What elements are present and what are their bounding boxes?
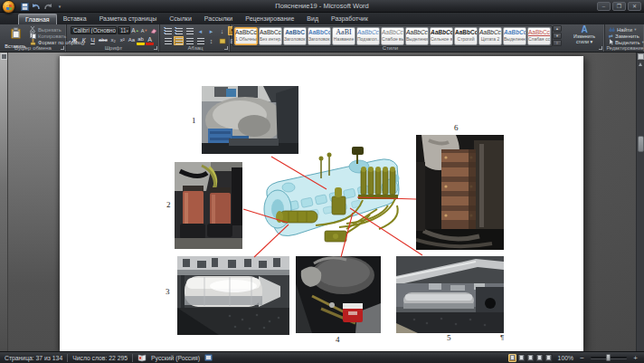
style-chip-emphasis[interactable]: AaBbCcDВыделение bbox=[405, 27, 429, 45]
title-bar: ▾ Пояснение19 - Microsoft Word – ❐ ✕ bbox=[0, 0, 644, 13]
tab-insert[interactable]: Вставка bbox=[57, 14, 93, 24]
close-button[interactable]: ✕ bbox=[628, 2, 641, 11]
tab-references[interactable]: Ссылки bbox=[163, 14, 198, 24]
divider bbox=[132, 354, 133, 362]
reading-view-icon bbox=[519, 355, 524, 360]
gallery-scroll-down-button[interactable]: ▼ bbox=[553, 33, 562, 39]
replace-icon: ⇄ bbox=[609, 33, 613, 39]
shrink-font-button[interactable]: А▼ bbox=[140, 26, 148, 34]
style-chip-subtle-emphasis[interactable]: AaBbCcDСлабое вы... bbox=[381, 27, 404, 45]
change-styles-button[interactable]: А Изменить стили ▾ bbox=[565, 25, 603, 45]
zoom-slider-thumb[interactable] bbox=[606, 354, 611, 361]
dialog-launcher-icon[interactable] bbox=[61, 46, 64, 50]
scrollbar-thumb[interactable] bbox=[638, 136, 644, 152]
word-window: ▾ Пояснение19 - Microsoft Word – ❐ ✕ Гла… bbox=[0, 0, 644, 363]
bullet-list-icon bbox=[165, 28, 172, 34]
proofing-book-icon[interactable] bbox=[137, 354, 147, 362]
find-button[interactable]: Найти▾ bbox=[606, 26, 644, 33]
font-size-combo[interactable]: 11▾ bbox=[118, 26, 130, 34]
down-triangle-icon: ▼ bbox=[144, 28, 147, 33]
restore-button[interactable]: ❐ bbox=[612, 2, 626, 11]
tab-mailings[interactable]: Рассылки bbox=[198, 14, 239, 24]
dialog-launcher-icon[interactable] bbox=[599, 46, 602, 50]
web-layout-view-button[interactable] bbox=[526, 354, 535, 362]
numbering-button[interactable] bbox=[174, 26, 184, 35]
zoom-in-button[interactable]: + bbox=[631, 354, 639, 362]
macro-record-icon[interactable] bbox=[204, 354, 213, 361]
office-button[interactable] bbox=[2, 0, 15, 14]
font-name-combo[interactable]: Calibri (Основной те▾ bbox=[71, 26, 117, 34]
style-chip-quote2[interactable]: AaBbCcDiЦитата 2 bbox=[478, 27, 502, 45]
sort-icon: ↓ bbox=[221, 28, 224, 34]
save-button[interactable] bbox=[20, 2, 29, 11]
tab-home[interactable]: Главная bbox=[18, 14, 57, 24]
sort-button[interactable]: ↓ bbox=[217, 26, 227, 35]
align-right-icon bbox=[186, 38, 194, 44]
gallery-scroll-up-button[interactable]: ▲ bbox=[553, 25, 562, 32]
tab-page-layout[interactable]: Разметка страницы bbox=[93, 14, 164, 24]
style-chip-heading1[interactable]: AaBbCЗаголовок 1 bbox=[283, 27, 307, 45]
group-editing: Найти▾ ⇄ Заменить Выделить▾ Редактирован… bbox=[606, 24, 644, 52]
figure-number-6: 6 bbox=[454, 123, 459, 132]
style-chip-intense-emphasis[interactable]: AaBbCcDСильное в... bbox=[430, 27, 453, 45]
group-font: Calibri (Основной те▾ 11▾ А▲ А▼ Ж К Ч ab… bbox=[68, 24, 160, 52]
dialog-launcher-icon[interactable] bbox=[154, 46, 157, 50]
clear-formatting-button[interactable] bbox=[149, 26, 157, 34]
bullets-button[interactable] bbox=[163, 26, 173, 35]
ribbon: Вставить Вырезать Копировать Формат по о… bbox=[0, 24, 644, 53]
group-label-clipboard: Буфер обмена bbox=[0, 44, 66, 52]
window-title: Пояснение19 - Microsoft Word bbox=[90, 2, 554, 10]
language-indicator[interactable]: Русский (Россия) bbox=[151, 355, 200, 361]
outline-view-icon bbox=[537, 355, 542, 360]
zoom-out-button[interactable]: − bbox=[578, 354, 586, 362]
print-layout-view-button[interactable] bbox=[508, 354, 516, 362]
zoom-level[interactable]: 100% bbox=[557, 355, 573, 361]
group-clipboard: Вставить Вырезать Копировать Формат по о… bbox=[0, 24, 67, 52]
tab-developer[interactable]: Разработчик bbox=[325, 14, 374, 24]
style-chip-title[interactable]: AaBIНазвание bbox=[332, 27, 355, 45]
fullscreen-reading-view-button[interactable] bbox=[517, 354, 526, 362]
align-center-icon bbox=[175, 38, 183, 44]
minimize-button[interactable]: – bbox=[597, 2, 611, 11]
zoom-slider[interactable] bbox=[591, 357, 627, 358]
figure-number-3: 3 bbox=[166, 287, 170, 296]
align-left-icon bbox=[165, 38, 172, 44]
style-chip-subtle-reference[interactable]: AaBbCcDxСлабая сс... bbox=[527, 27, 551, 45]
style-chip-strong[interactable]: AaBbCcDСтрогий bbox=[454, 27, 478, 45]
page-indicator[interactable]: Страница: 37 из 134 bbox=[5, 355, 62, 361]
document-canvas: 1 2 3 4 5 6 ¶ bbox=[0, 53, 644, 351]
office-logo-icon bbox=[6, 5, 12, 10]
status-bar: Страница: 37 из 134 Число слов: 22 295 Р… bbox=[0, 351, 644, 363]
increase-indent-button[interactable]: ▸ bbox=[206, 26, 216, 35]
style-chip-no-spacing[interactable]: AaBbCcDБез интер... bbox=[259, 27, 282, 45]
scroll-up-arrow-icon[interactable] bbox=[639, 62, 642, 66]
replace-button[interactable]: ⇄ Заменить bbox=[606, 33, 644, 39]
web-layout-icon bbox=[528, 355, 533, 360]
grow-font-button[interactable]: А▲ bbox=[131, 26, 139, 34]
outline-view-button[interactable] bbox=[535, 354, 544, 362]
tab-review[interactable]: Рецензирование bbox=[239, 14, 300, 24]
style-chip-normal[interactable]: AaBbCcD1 Обычный bbox=[234, 27, 258, 45]
paste-button[interactable]: Вставить bbox=[4, 26, 27, 44]
style-chip-heading2[interactable]: AaBbCcЗаголовок 2 bbox=[308, 27, 331, 45]
style-chip-intense-quote[interactable]: AaBbCcDВыделенн... bbox=[503, 27, 526, 45]
up-triangle-icon: ▲ bbox=[136, 28, 139, 33]
figure-photo-1 bbox=[202, 86, 298, 154]
draft-view-button[interactable] bbox=[545, 354, 553, 362]
split-handle-icon[interactable] bbox=[638, 53, 644, 60]
style-chip-subtitle[interactable]: AaBbCcIПодзагол... bbox=[356, 27, 380, 45]
tab-view[interactable]: Вид bbox=[300, 14, 325, 24]
multilevel-list-button[interactable] bbox=[185, 26, 194, 35]
qat-customize-button[interactable]: ▾ bbox=[55, 2, 64, 11]
paragraph-mark: ¶ bbox=[500, 333, 504, 341]
redo-button[interactable] bbox=[43, 2, 52, 11]
gallery-more-button[interactable]: ≡ bbox=[553, 40, 562, 46]
dialog-launcher-icon[interactable] bbox=[224, 46, 228, 50]
pane-handle-icon[interactable] bbox=[1, 53, 7, 60]
word-count[interactable]: Число слов: 22 295 bbox=[72, 355, 128, 361]
vertical-scrollbar[interactable] bbox=[636, 53, 644, 351]
decrease-indent-button[interactable]: ◂ bbox=[195, 26, 205, 35]
document-page[interactable]: 1 2 3 4 5 6 ¶ bbox=[60, 56, 583, 351]
undo-button[interactable] bbox=[32, 2, 41, 11]
chevron-down-icon: ▾ bbox=[590, 39, 592, 44]
